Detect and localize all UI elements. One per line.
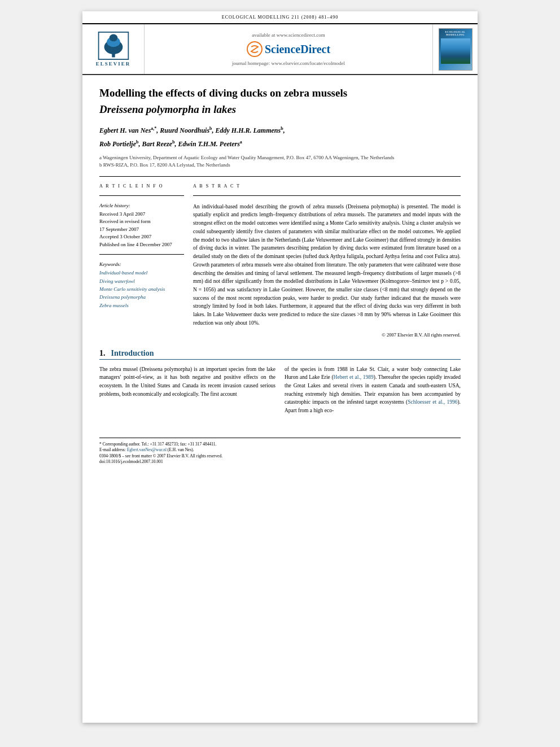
journal-name-top: Ecological Modelling 211 (2008) 481–490 <box>94 15 466 20</box>
doi-line: doi:10.1016/j.ecolmodel.2007.10.001 <box>99 459 461 465</box>
keyword-3: Monte Carlo sensitivity analysis <box>99 285 184 293</box>
svg-point-3 <box>109 34 117 42</box>
elsevier-tree-icon <box>97 32 130 60</box>
journal-thumb-title: ECOLOGICAL MODELLING <box>445 30 465 37</box>
journal-thumbnail-area: ECOLOGICAL MODELLING <box>432 24 478 74</box>
keyword-1: Individual-based model <box>99 269 184 277</box>
introduction-body: The zebra mussel (Dreissena polymorpha) … <box>99 365 461 415</box>
page: Ecological Modelling 211 (2008) 481–490 … <box>82 11 478 723</box>
keyword-2: Diving waterfowl <box>99 277 184 285</box>
sciencedirect-icon <box>247 41 262 57</box>
section-number: 1. <box>99 349 106 358</box>
history-label: Article history: <box>99 203 184 208</box>
divider-abstract <box>193 195 461 196</box>
journal-thumbnail: ECOLOGICAL MODELLING <box>439 28 473 71</box>
revised-date: 17 September 2007 <box>99 226 184 234</box>
authors-line: Egbert H. van Nesa,*, Ruurd Noordhuisb, … <box>99 125 461 136</box>
intro-para2: of the species is from 1988 in Lake St. … <box>285 365 461 415</box>
elsevier-logo: ELSEVIER <box>96 32 131 67</box>
author3: , Eddy H.H.R. Lammens <box>212 126 281 134</box>
email-line: E-mail address: Egbert.vanNes@wur.nl (E.… <box>99 447 461 453</box>
author1: Egbert H. van Nes <box>99 126 151 134</box>
published-date: Published on line 4 December 2007 <box>99 241 184 249</box>
section-title: Introduction <box>111 349 154 358</box>
abstract-label: A B S T R A C T <box>193 184 461 189</box>
keywords-section: Keywords: Individual-based model Diving … <box>99 261 184 309</box>
affiliation-a: a Wageningen University, Department of A… <box>99 154 461 162</box>
divider-top <box>99 176 461 177</box>
elsevier-logo-area: ELSEVIER <box>82 24 145 74</box>
author1-sup: a,* <box>151 126 156 131</box>
email-label: E-mail address: <box>99 447 127 452</box>
author6: , Bart Reeze <box>138 140 172 148</box>
keyword-5: Zebra mussels <box>99 302 184 309</box>
article-info-abstract: A R T I C L E I N F O Article history: R… <box>99 184 461 338</box>
author4: , <box>283 126 285 134</box>
copyright-notice: © 2007 Elsevier B.V. All rights reserved… <box>193 332 461 338</box>
received-date: Received 3 April 2007 <box>99 211 184 219</box>
license-line: 0304-3800/$ – see front matter © 2007 El… <box>99 453 461 460</box>
intro-col-right: of the species is from 1988 in Lake St. … <box>285 365 461 415</box>
ref-hebert: Hebert et al., 1989 <box>334 374 374 380</box>
affiliation-b: b RWS-RIZA, P.O. Box 17, 8200 AA Lelysta… <box>99 161 461 169</box>
email-suffix: (E.H. van Nes). <box>167 447 194 452</box>
keywords-label: Keywords: <box>99 261 184 267</box>
corresponding-note: * Corresponding author. Tel.: +31 317 48… <box>99 442 461 448</box>
elsevier-brand: ELSEVIER <box>96 61 131 67</box>
article-title-line1: Modelling the effects of diving ducks on… <box>99 86 461 101</box>
divider-keywords <box>99 254 184 255</box>
revised-label: Received in revised form <box>99 218 184 226</box>
journal-thumb-image <box>441 38 470 64</box>
banner: ELSEVIER available at www.sciencedirect.… <box>82 24 478 75</box>
abstract-col: A B S T R A C T An individual-based mode… <box>193 184 461 338</box>
accepted-date: Accepted 3 October 2007 <box>99 233 184 241</box>
banner-center: available at www.sciencedirect.com Scien… <box>145 24 432 74</box>
keyword-4: Dreissena polymorpha <box>99 293 184 301</box>
homepage-text: journal homepage: www.elsevier.com/locat… <box>232 60 345 66</box>
journal-header: Ecological Modelling 211 (2008) 481–490 <box>82 11 478 24</box>
main-content: Modelling the effects of diving ducks on… <box>82 75 478 426</box>
author7-sup: a <box>240 139 242 145</box>
author7: , Edwin T.H.M. Peeters <box>175 140 240 148</box>
abstract-text: An individual-based model describing the… <box>193 203 461 327</box>
article-info-col: A R T I C L E I N F O Article history: R… <box>99 184 184 338</box>
intro-col-left: The zebra mussel (Dreissena polymorpha) … <box>99 365 275 415</box>
email-address: Egbert.vanNes@wur.nl <box>127 447 167 452</box>
page-footer: * Corresponding author. Tel.: +31 317 48… <box>99 438 461 465</box>
sciencedirect-logo: ScienceDirect <box>247 41 330 57</box>
ref-schloesser: Schloesser et al., 1996 <box>408 399 457 405</box>
article-title-line2: Dreissena polymorpha in lakes <box>99 103 461 117</box>
divider-info <box>99 195 184 196</box>
author2: , Ruurd Noordhuis <box>156 126 209 134</box>
sciencedirect-text: ScienceDirect <box>265 43 330 56</box>
introduction-heading: 1. Introduction <box>99 349 461 360</box>
author5: Rob Portielje <box>99 140 136 148</box>
affiliations: a Wageningen University, Department of A… <box>99 154 461 169</box>
corresponding-text: * Corresponding author. Tel.: +31 317 48… <box>99 442 216 447</box>
authors-line2: Rob Portieljeb, Bart Reezeb, Edwin T.H.M… <box>99 139 461 150</box>
available-text: available at www.sciencedirect.com <box>252 32 325 38</box>
intro-para1: The zebra mussel (Dreissena polymorpha) … <box>99 365 275 399</box>
article-info-label: A R T I C L E I N F O <box>99 184 184 189</box>
